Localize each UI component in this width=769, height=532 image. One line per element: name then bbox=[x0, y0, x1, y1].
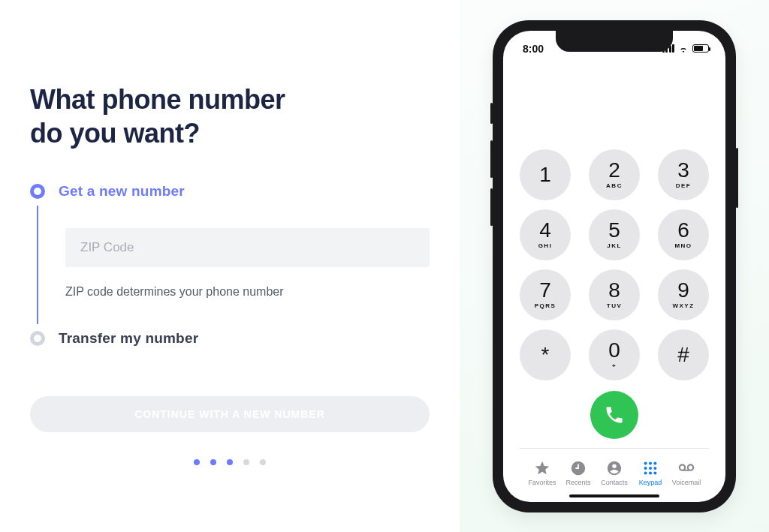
keypad-key-number: 3 bbox=[677, 160, 689, 181]
phone-icon bbox=[604, 404, 625, 425]
svg-point-7 bbox=[649, 471, 652, 474]
keypad-key-sub: TUV bbox=[607, 302, 623, 309]
progress-dot bbox=[260, 459, 266, 465]
phone-notch bbox=[556, 31, 673, 52]
tab-favorites[interactable]: Favorites bbox=[524, 460, 560, 486]
progress-dot bbox=[227, 459, 233, 465]
favorites-icon bbox=[534, 460, 550, 476]
tab-label: Recents bbox=[565, 479, 590, 486]
keypad-key-8[interactable]: 8TUV bbox=[589, 269, 640, 320]
keypad-area: 12ABC3DEF4GHI5JKL6MNO7PQRS8TUV9WXYZ*0+# … bbox=[503, 62, 725, 502]
page-title: What phone number do you want? bbox=[30, 83, 430, 150]
illustration-panel: 8:00 12ABC3DEF4GHI5JKL6MNO7PQRS8TUV9WXYZ… bbox=[460, 0, 769, 532]
svg-point-3 bbox=[644, 466, 647, 469]
option-get-new-number-label: Get a new number bbox=[59, 183, 185, 200]
option-body: ZIP code determines your phone number bbox=[37, 206, 430, 324]
continue-button[interactable]: CONTINUE WITH A NEW NUMBER bbox=[30, 396, 430, 432]
keypad-key-number: * bbox=[541, 344, 550, 365]
keypad-key-4[interactable]: 4GHI bbox=[520, 209, 571, 260]
keypad-key-3[interactable]: 3DEF bbox=[658, 149, 709, 200]
keypad-key-#[interactable]: # bbox=[658, 329, 709, 380]
heading-line-1: What phone number bbox=[30, 84, 285, 115]
progress-dot bbox=[210, 459, 216, 465]
battery-icon bbox=[692, 44, 709, 53]
tab-label: Favorites bbox=[528, 479, 556, 486]
keypad-key-number: 5 bbox=[608, 220, 620, 241]
keypad-key-number: # bbox=[677, 344, 689, 365]
home-indicator bbox=[569, 494, 659, 497]
keypad-key-sub: JKL bbox=[607, 242, 622, 249]
tab-keypad[interactable]: Keypad bbox=[632, 460, 668, 486]
keypad-key-number: 1 bbox=[539, 164, 551, 185]
svg-point-4 bbox=[649, 466, 652, 469]
option-get-new-number[interactable]: Get a new number bbox=[30, 183, 430, 200]
tab-voicemail[interactable]: Voicemail bbox=[668, 460, 704, 486]
wifi-icon bbox=[678, 44, 689, 53]
option-transfer-number-label: Transfer my number bbox=[59, 330, 198, 347]
phone-side-button bbox=[490, 140, 493, 178]
keypad-key-sub: MNO bbox=[674, 242, 692, 249]
svg-point-6 bbox=[644, 471, 647, 474]
svg-point-5 bbox=[653, 466, 656, 469]
progress-dot bbox=[243, 459, 249, 465]
keypad-key-9[interactable]: 9WXYZ bbox=[658, 269, 709, 320]
phone-side-button bbox=[490, 103, 493, 124]
keypad-key-sub: GHI bbox=[538, 242, 553, 249]
phone-screen: 8:00 12ABC3DEF4GHI5JKL6MNO7PQRS8TUV9WXYZ… bbox=[503, 31, 725, 502]
keypad-key-1[interactable]: 1 bbox=[520, 149, 571, 200]
radio-unselected-icon bbox=[30, 331, 45, 346]
contacts-icon bbox=[606, 460, 623, 476]
keypad-key-sub: DEF bbox=[676, 182, 692, 189]
keypad-key-number: 4 bbox=[539, 220, 551, 241]
tab-label: Voicemail bbox=[672, 479, 701, 486]
svg-point-2 bbox=[653, 461, 656, 464]
keypad-key-*[interactable]: * bbox=[520, 329, 571, 380]
phone-frame: 8:00 12ABC3DEF4GHI5JKL6MNO7PQRS8TUV9WXYZ… bbox=[493, 20, 736, 512]
svg-point-0 bbox=[644, 461, 647, 464]
keypad-key-number: 6 bbox=[677, 220, 689, 241]
keypad-key-sub: + bbox=[612, 362, 617, 369]
keypad-icon bbox=[642, 460, 659, 476]
keypad-key-sub: ABC bbox=[606, 182, 623, 189]
call-button[interactable] bbox=[590, 391, 638, 439]
svg-point-1 bbox=[649, 461, 652, 464]
tab-bar: FavoritesRecentsContactsKeypadVoicemail bbox=[520, 448, 709, 494]
keypad-key-7[interactable]: 7PQRS bbox=[520, 269, 571, 320]
keypad-key-sub: WXYZ bbox=[672, 302, 694, 309]
keypad-key-number: 7 bbox=[539, 280, 551, 301]
phone-side-button bbox=[736, 148, 738, 208]
keypad-key-sub: PQRS bbox=[535, 302, 556, 309]
heading-line-2: do you want? bbox=[30, 118, 200, 149]
keypad-key-6[interactable]: 6MNO bbox=[658, 209, 709, 260]
keypad-key-number: 2 bbox=[608, 160, 620, 181]
progress-dots bbox=[30, 459, 430, 465]
tab-contacts[interactable]: Contacts bbox=[596, 460, 632, 486]
recents-icon bbox=[570, 460, 587, 476]
zip-hint: ZIP code determines your phone number bbox=[65, 285, 430, 299]
keypad-key-number: 9 bbox=[677, 280, 689, 301]
form-panel: What phone number do you want? Get a new… bbox=[0, 0, 460, 532]
keypad-grid: 12ABC3DEF4GHI5JKL6MNO7PQRS8TUV9WXYZ*0+# bbox=[520, 149, 709, 380]
keypad-key-number: 8 bbox=[608, 280, 620, 301]
status-time: 8:00 bbox=[523, 43, 544, 55]
option-transfer-number[interactable]: Transfer my number bbox=[30, 330, 430, 347]
call-row bbox=[520, 391, 709, 439]
keypad-key-0[interactable]: 0+ bbox=[589, 329, 640, 380]
keypad-key-5[interactable]: 5JKL bbox=[589, 209, 640, 260]
phone-side-button bbox=[490, 188, 493, 226]
keypad-key-2[interactable]: 2ABC bbox=[589, 149, 640, 200]
voicemail-icon bbox=[678, 460, 695, 476]
tab-label: Keypad bbox=[639, 479, 662, 486]
progress-dot bbox=[194, 459, 200, 465]
radio-selected-icon bbox=[30, 184, 45, 199]
svg-point-8 bbox=[653, 471, 656, 474]
tab-label: Contacts bbox=[601, 479, 628, 486]
tab-recents[interactable]: Recents bbox=[560, 460, 596, 486]
zip-code-input[interactable] bbox=[65, 228, 430, 267]
keypad-key-number: 0 bbox=[608, 340, 620, 361]
